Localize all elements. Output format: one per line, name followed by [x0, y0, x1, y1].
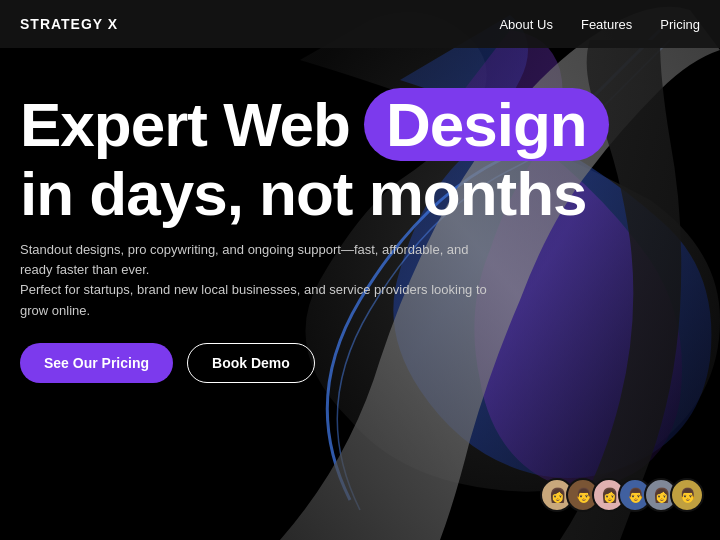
logo: STRATEGY X [20, 16, 118, 32]
headline-text-part1: Expert Web [20, 92, 350, 157]
nav-item-pricing[interactable]: Pricing [660, 15, 700, 33]
headline-line2: in days, not months [20, 161, 700, 226]
see-pricing-button[interactable]: See Our Pricing [20, 343, 173, 383]
headline-line1: Expert Web Design [20, 88, 700, 161]
hero-content: Expert Web Design in days, not months St… [0, 48, 720, 540]
cta-row: See Our Pricing Book Demo [20, 343, 700, 383]
avatar-cluster: 👩👨👩👨👩👨 [540, 478, 704, 512]
nav-links: About Us Features Pricing [499, 15, 700, 33]
design-badge: Design [364, 88, 609, 161]
navbar: STRATEGY X About Us Features Pricing [0, 0, 720, 48]
hero-subtext: Standout designs, pro copywriting, and o… [20, 240, 500, 321]
headline: Expert Web Design in days, not months [20, 88, 700, 226]
nav-item-features[interactable]: Features [581, 15, 632, 33]
book-demo-button[interactable]: Book Demo [187, 343, 315, 383]
nav-item-about[interactable]: About Us [499, 15, 552, 33]
avatar-5: 👨 [670, 478, 704, 512]
